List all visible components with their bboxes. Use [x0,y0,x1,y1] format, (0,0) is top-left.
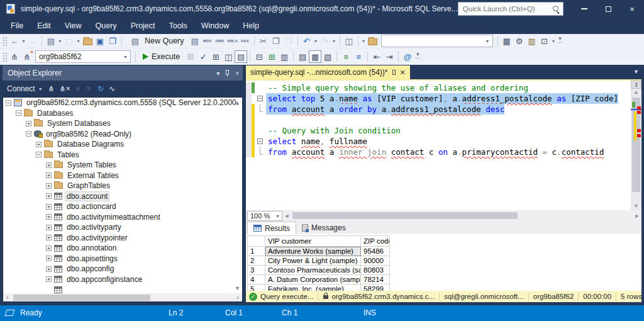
toolbox-icon[interactable]: ▥ [526,35,538,47]
chevron-down-icon[interactable]: ▼ [331,39,337,43]
row-number[interactable]: 3 [248,266,265,275]
table-row[interactable]: 2City Power & Light (sample)90000 [248,256,390,266]
scroll-right-icon[interactable]: › [233,293,242,302]
collapse-region-icon[interactable]: − [257,96,263,101]
change-connection-icon[interactable]: ⋔× [21,50,33,63]
stop-icon[interactable]: ■ [75,85,80,93]
sql-profiler-icon[interactable]: ▦ [501,35,513,47]
menu-file[interactable]: File [4,18,30,34]
command-window-icon[interactable]: ⊡ [538,35,551,47]
quick-launch-input[interactable]: Quick Launch (Ctrl+Q) [458,2,564,16]
table-row[interactable]: 4A. Datum Corporation (sample)78214 [248,275,390,284]
toolbar-overflow-icon[interactable]: ▼— [557,38,564,44]
add-new-item-icon[interactable]: ▢ [63,35,75,47]
decrease-indent-icon[interactable]: ⇤ [370,50,383,63]
tree-item[interactable] [3,284,242,293]
tree-item[interactable]: −Databases [3,108,242,119]
tree-scroll-up-icon[interactable]: ▲ [235,99,240,106]
mdx-query-icon[interactable]: MDX [201,35,214,47]
chevron-down-icon[interactable]: ▼ [313,39,319,43]
code-editor[interactable]: -- Simple query showing the use of alias… [246,81,641,210]
row-number[interactable]: 2 [248,256,265,266]
toolbar-overflow-icon[interactable]: ▼— [414,54,421,60]
search-folder-icon[interactable] [367,35,379,47]
code-line[interactable]: -- Query with Join condition [246,125,641,136]
column-header[interactable]: ZIP code [361,236,390,247]
parse-icon[interactable]: ✓ [197,50,209,63]
expand-icon[interactable]: + [46,266,52,272]
toolbar-grip[interactable] [3,52,7,62]
chevron-down-icon[interactable]: ▼ [361,39,367,43]
menu-project[interactable]: Project [124,18,162,34]
client-statistics-icon[interactable]: ▥ [278,50,291,63]
find-combo[interactable]: ▼ [381,35,493,47]
connect-query-icon[interactable]: ⋔ [8,50,21,63]
tree-item[interactable]: −org9ba85f62.crm3.dynamics.com,5558 (SQL… [3,98,242,108]
results-to-grid-icon[interactable]: ▦ [309,50,321,63]
connect-icon[interactable]: ⋔ [48,85,55,93]
filter-icon[interactable]: ▼ [85,85,92,93]
chevron-down-icon[interactable]: ▼ [75,39,81,43]
toolbar-grip[interactable] [3,37,7,46]
tree-item[interactable]: +GraphTables [3,181,242,191]
find-icon[interactable]: ◫ [343,35,355,47]
document-tab[interactable]: simple-query.sql -...nmicrosoft.com (54)… [246,65,410,79]
expand-icon[interactable]: + [46,162,52,168]
object-explorer-header[interactable]: Object Explorer ▾× [3,65,243,81]
menu-edit[interactable]: Edit [30,18,58,34]
menu-tools[interactable]: Tools [162,18,194,34]
chevron-down-icon[interactable]: ▼ [57,39,63,43]
execute-button[interactable]: Execute [138,50,184,63]
menu-window[interactable]: Window [194,18,236,34]
row-number[interactable]: 4 [248,275,265,284]
save-all-icon[interactable]: ❐ [106,35,119,47]
tree-item[interactable]: +dbo.appconfig [3,264,242,274]
dax-query-icon[interactable]: DAX [239,35,252,47]
grid-cell[interactable]: 90000 [361,256,390,266]
database-engine-query-icon[interactable]: ▤ [189,35,201,47]
tab-results[interactable]: Results [247,222,296,234]
nav-forward-icon[interactable]: → [26,35,39,47]
scroll-right-icon[interactable]: ► [633,213,641,219]
expand-icon[interactable]: + [26,121,31,127]
tab-messages[interactable]: Messages [296,222,352,234]
collapse-icon[interactable]: − [36,152,42,157]
scroll-left-icon[interactable]: ‹ [3,293,12,302]
tree-item[interactable]: +dbo.activitymimeattachment [3,212,242,223]
tree-item[interactable]: +System Databases [3,118,242,129]
expand-icon[interactable]: + [46,193,52,199]
grid-cell[interactable]: Contoso Pharmaceuticals (sample) [265,266,361,275]
connect-menu[interactable]: Connect▼ [7,84,43,93]
tree-item[interactable]: +Database Diagrams [3,139,242,150]
chevron-down-icon[interactable]: ▼ [551,39,557,43]
nav-backward-icon[interactable]: ← [8,35,21,47]
expand-icon[interactable]: + [46,172,52,178]
close-button[interactable]: × [620,0,644,18]
table-row[interactable]: 3Contoso Pharmaceuticals (sample)80803 [248,266,390,275]
code-line[interactable] [246,115,641,125]
redo-icon[interactable]: ↷ [319,35,331,47]
display-estimated-plan-icon[interactable]: ⊞ [209,50,222,63]
scroll-down-icon[interactable]: ▼ [631,203,641,210]
row-number-header[interactable] [248,236,265,247]
tree-item[interactable]: −org9ba85f62 (Read-Only) [3,129,242,140]
expand-icon[interactable]: + [46,225,52,230]
minimize-button[interactable] [572,0,596,18]
tree-item[interactable]: +dbo.appconfiginstance [3,274,242,285]
open-file-icon[interactable] [81,35,94,47]
code-line[interactable]: −select name, fullname [246,136,641,147]
tree-item[interactable]: +dbo.account [3,191,242,202]
cancel-executing-query-icon[interactable] [184,50,197,63]
chevron-down-icon[interactable]: ▼ [483,39,492,43]
menu-view[interactable]: View [58,18,89,34]
tree-item[interactable]: +dbo.activityparty [3,222,242,233]
intellisense-enabled-icon[interactable]: ▤ [235,50,247,63]
scroll-up-icon[interactable]: ▲ [631,89,641,96]
row-number[interactable]: 1 [248,247,265,256]
scroll-left-icon[interactable]: ◄ [282,213,291,219]
column-header[interactable]: VIP customer [265,236,361,247]
expand-icon[interactable]: + [46,235,52,240]
grid-cell[interactable]: 80803 [361,266,390,275]
editor-hscroll-thumb[interactable] [292,212,518,219]
table-row[interactable]: 1Adventure Works (sample)95486 [248,247,390,256]
